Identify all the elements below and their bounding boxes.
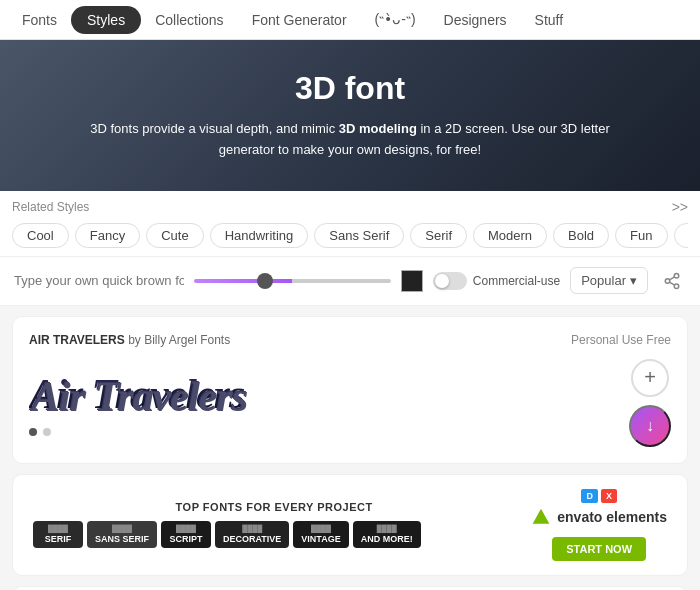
share-button[interactable] [658, 267, 686, 295]
tag-bold[interactable]: Bold [553, 223, 609, 248]
commercial-toggle-wrap: Commercial-use [433, 272, 560, 290]
download-button[interactable]: ↓ [629, 405, 671, 447]
nav-item-generator[interactable]: Font Generator [238, 4, 361, 36]
air-travelers-preview-text: Air Travelers [29, 370, 629, 418]
ad-chip-script[interactable]: ████ SCRIPT [161, 521, 211, 548]
dot-2[interactable] [43, 428, 51, 436]
ad-right: D X envato elements START NOW [515, 489, 667, 561]
color-swatch[interactable] [401, 270, 423, 292]
search-input[interactable] [14, 273, 184, 288]
ad-badges: D X [581, 489, 617, 503]
tag-fun[interactable]: Fun [615, 223, 667, 248]
font-name: AIR TRAVELERS [29, 333, 125, 347]
ad-title: TOP FONTS FOR EVERY PROJECT [33, 501, 515, 513]
nav-item-stuff[interactable]: Stuff [521, 4, 578, 36]
font-actions: + ↓ [629, 359, 671, 447]
svg-line-4 [669, 276, 674, 279]
ad-chip-serif[interactable]: ████ SERIF [33, 521, 83, 548]
font-card-header: AIR TRAVELERS by Billy Argel Fonts Perso… [29, 333, 671, 347]
svg-point-1 [665, 278, 670, 283]
tag-retro[interactable]: Retro [674, 223, 688, 248]
related-label-row: Related Styles >> [12, 199, 688, 215]
related-styles-bar: Related Styles >> Cool Fancy Cute Handwr… [0, 191, 700, 257]
download-icon: ↓ [646, 417, 654, 435]
font-card-iced-soda: ICED SODA by Billy Argel Fonts Personal … [12, 586, 688, 590]
main-nav: Fonts Styles Collections Font Generator … [0, 0, 700, 40]
envato-name: envato elements [557, 509, 667, 525]
ad-badge-x: X [601, 489, 617, 503]
sort-button[interactable]: Popular ▾ [570, 267, 648, 294]
hero-title: 3D font [20, 70, 680, 107]
sort-chevron-icon: ▾ [630, 273, 637, 288]
related-label: Related Styles [12, 200, 89, 214]
commercial-label: Commercial-use [473, 274, 560, 288]
font-preview-area: Air Travelers + ↓ [29, 359, 671, 447]
tag-fancy[interactable]: Fancy [75, 223, 140, 248]
preview-dots [29, 428, 629, 436]
tag-modern[interactable]: Modern [473, 223, 547, 248]
plus-icon: + [644, 366, 656, 389]
font-meta: AIR TRAVELERS by Billy Argel Fonts [29, 333, 230, 347]
related-arrow[interactable]: >> [672, 199, 688, 215]
dot-1[interactable] [29, 428, 37, 436]
tag-sans-serif[interactable]: Sans Serif [314, 223, 404, 248]
svg-point-2 [674, 284, 679, 289]
ad-chip-vintage[interactable]: ████ VINTAGE [293, 521, 348, 548]
tag-cool[interactable]: Cool [12, 223, 69, 248]
sort-label: Popular [581, 273, 626, 288]
hero-description: 3D fonts provide a visual depth, and mim… [70, 119, 630, 161]
font-size-slider-wrap [194, 279, 391, 283]
nav-item-emoji[interactable]: (˵•̀ᴗ-˵) [361, 3, 430, 36]
svg-marker-5 [533, 508, 550, 523]
ad-chip-sans[interactable]: ████ SANS SERIF [87, 521, 157, 548]
nav-item-collections[interactable]: Collections [141, 4, 237, 36]
ad-chip-more[interactable]: ████ AND MORE! [353, 521, 421, 548]
license-badge: Personal Use Free [571, 333, 671, 347]
font-card-air-travelers: AIR TRAVELERS by Billy Argel Fonts Perso… [12, 316, 688, 464]
svg-point-0 [674, 273, 679, 278]
font-designer-link[interactable]: Billy Argel Fonts [144, 333, 230, 347]
ad-banner: TOP FONTS FOR EVERY PROJECT ████ SERIF █… [12, 474, 688, 576]
nav-item-styles[interactable]: Styles [71, 6, 141, 34]
font-preview: Air Travelers [29, 370, 629, 436]
related-tags: Cool Fancy Cute Handwriting Sans Serif S… [12, 223, 688, 248]
envato-cta-button[interactable]: START NOW [552, 537, 646, 561]
tag-serif[interactable]: Serif [410, 223, 467, 248]
ad-left: TOP FONTS FOR EVERY PROJECT ████ SERIF █… [33, 501, 515, 548]
commercial-toggle[interactable] [433, 272, 467, 290]
tag-cute[interactable]: Cute [146, 223, 203, 248]
toggle-knob [435, 274, 449, 288]
svg-line-3 [669, 282, 674, 285]
by-label: by [128, 333, 144, 347]
search-bar: Commercial-use Popular ▾ [0, 257, 700, 306]
ad-font-types: ████ SERIF ████ SANS SERIF ████ SCRIPT █… [33, 521, 515, 548]
font-size-slider[interactable] [194, 279, 391, 283]
hero-section: 3D font 3D fonts provide a visual depth,… [0, 40, 700, 191]
ad-chip-decorative[interactable]: ████ DECORATIVE [215, 521, 289, 548]
ad-badge-d: D [581, 489, 598, 503]
envato-logo: envato elements [531, 507, 667, 527]
nav-item-designers[interactable]: Designers [430, 4, 521, 36]
tag-handwriting[interactable]: Handwriting [210, 223, 309, 248]
nav-item-fonts[interactable]: Fonts [8, 4, 71, 36]
add-to-collection-button[interactable]: + [631, 359, 669, 397]
